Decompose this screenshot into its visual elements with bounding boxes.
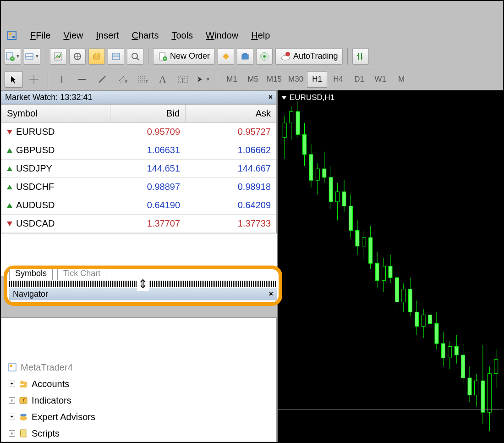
resize-cursor-icon: ⇕ xyxy=(137,277,149,291)
svg-point-22 xyxy=(263,55,266,58)
fibonacci-button[interactable]: F xyxy=(133,71,152,88)
navigator-button[interactable] xyxy=(88,48,105,65)
symbol-row-usdchf[interactable]: USDCHF0.988970.98918 xyxy=(1,178,276,196)
profiles-button[interactable]: ▼ xyxy=(24,48,40,65)
expand-icon[interactable]: + xyxy=(9,397,15,404)
autotrading-label: AutoTrading xyxy=(293,51,338,61)
svg-line-16 xyxy=(137,58,139,60)
svg-text:+: + xyxy=(164,56,166,61)
timeframe-h4[interactable]: H4 xyxy=(328,71,348,88)
timeframe-d1[interactable]: D1 xyxy=(349,71,369,88)
nav-item-accounts[interactable]: +Accounts xyxy=(9,376,276,392)
menu-window[interactable]: Window xyxy=(206,30,238,41)
svg-rect-50 xyxy=(20,385,27,388)
data-window-button[interactable] xyxy=(69,48,86,65)
svg-rect-84 xyxy=(369,238,373,263)
market-watch-close-icon[interactable]: × xyxy=(268,93,273,101)
direction-icon xyxy=(7,203,12,208)
chart-area[interactable]: EURUSD,H1 xyxy=(277,90,503,442)
nav-item-expert-advisors[interactable]: +Expert Advisors xyxy=(9,409,276,425)
text-label-button[interactable]: T xyxy=(174,71,192,88)
cursor-button[interactable] xyxy=(5,71,23,88)
menu-file[interactable]: FFileFile xyxy=(30,30,50,41)
menu-charts[interactable]: Charts xyxy=(131,30,159,41)
crosshair-button[interactable] xyxy=(25,71,43,88)
strategy-tester-button[interactable] xyxy=(127,48,143,65)
panel-splitter[interactable]: ⇕ xyxy=(9,281,277,287)
svg-rect-116 xyxy=(475,381,478,395)
menu-help[interactable]: Help xyxy=(251,30,270,41)
svg-rect-21 xyxy=(243,53,247,55)
arrows-button[interactable]: ▼ xyxy=(194,71,212,88)
svg-text:T: T xyxy=(181,76,185,83)
horizontal-line-button[interactable] xyxy=(73,71,91,88)
col-bid[interactable]: Bid xyxy=(110,105,186,122)
svg-rect-74 xyxy=(336,192,340,202)
autotrading-button[interactable]: AutoTrading xyxy=(275,48,343,65)
svg-rect-96 xyxy=(408,289,412,312)
svg-rect-110 xyxy=(455,346,458,355)
equidistant-channel-button[interactable]: E xyxy=(113,71,131,88)
symbol-row-usdcad[interactable]: USDCAD1.377071.37733 xyxy=(1,215,276,233)
svg-point-53 xyxy=(20,416,27,421)
menu-tools[interactable]: Tools xyxy=(171,30,193,41)
timeframe-m5[interactable]: M5 xyxy=(243,71,263,88)
timeframe-m1[interactable]: M1 xyxy=(222,71,242,88)
svg-rect-60 xyxy=(290,111,293,123)
svg-point-49 xyxy=(23,382,27,385)
tab-tick-chart[interactable]: Tick Chart xyxy=(57,266,106,280)
tab-symbols[interactable]: Symbols xyxy=(9,266,53,280)
new-order-button[interactable]: + New Order xyxy=(153,48,215,65)
col-ask[interactable]: Ask xyxy=(186,105,276,122)
text-button[interactable]: A xyxy=(153,71,172,88)
timeframe-m30[interactable]: M30 xyxy=(285,71,306,88)
nav-item-scripts[interactable]: +Scripts xyxy=(9,425,276,442)
timeframe-m[interactable]: M xyxy=(391,71,411,88)
expand-icon[interactable]: + xyxy=(9,381,15,387)
col-symbol[interactable]: Symbol xyxy=(1,105,110,122)
vertical-line-button[interactable] xyxy=(53,71,71,88)
chart-title-bar[interactable]: EURUSD,H1 xyxy=(281,93,334,102)
market-watch-header[interactable]: Market Watch: 13:32:41 × xyxy=(1,90,277,104)
nav-item-indicators[interactable]: +fIndicators xyxy=(9,392,276,409)
svg-rect-66 xyxy=(309,155,313,180)
direction-icon xyxy=(7,166,12,171)
svg-rect-58 xyxy=(283,123,286,137)
signals-button[interactable] xyxy=(256,48,273,65)
chart-type-button[interactable] xyxy=(352,48,369,65)
menu-view[interactable]: View xyxy=(63,30,83,41)
svg-rect-104 xyxy=(435,323,438,343)
timeframe-h1[interactable]: H1 xyxy=(307,71,327,88)
svg-rect-88 xyxy=(382,266,386,281)
expand-icon[interactable]: + xyxy=(9,414,15,420)
svg-rect-76 xyxy=(342,192,346,206)
symbol-row-audusd[interactable]: AUDUSD0.641900.64209 xyxy=(1,196,276,215)
market-watch-button[interactable] xyxy=(50,48,66,65)
svg-rect-90 xyxy=(389,266,392,278)
trendline-button[interactable] xyxy=(93,71,111,88)
timeframe-m15[interactable]: M15 xyxy=(264,71,285,88)
menu-insert[interactable]: Insert xyxy=(96,30,119,41)
navigator-close-icon[interactable]: × xyxy=(269,290,273,298)
direction-icon xyxy=(7,222,12,226)
expand-icon[interactable]: + xyxy=(9,430,15,437)
menu-bar: FFileFile View Insert Charts Tools Windo… xyxy=(1,26,503,44)
svg-rect-64 xyxy=(303,134,307,155)
new-order-label: New Order xyxy=(170,51,210,61)
app-icon xyxy=(6,30,17,41)
folder-icon xyxy=(18,428,29,438)
symbol-row-gbpusd[interactable]: GBPUSD1.066311.06662 xyxy=(1,141,276,160)
metaquotes-button[interactable] xyxy=(218,48,234,65)
navigator-panel: MetaTrader4 +Accounts+fIndicators+Expert… xyxy=(1,317,277,442)
svg-rect-94 xyxy=(402,289,405,302)
chart-dropdown-icon[interactable] xyxy=(281,96,287,100)
timeframe-w1[interactable]: W1 xyxy=(370,71,390,88)
new-chart-button[interactable]: +▼ xyxy=(5,48,21,65)
candlestick-chart[interactable] xyxy=(278,90,503,442)
expert-advisors-button[interactable] xyxy=(237,48,253,65)
market-watch-table: Symbol Bid Ask EURUSD0.957090.95727GBPUS… xyxy=(1,104,277,233)
tree-root[interactable]: MetaTrader4 xyxy=(7,359,276,376)
symbol-row-eurusd[interactable]: EURUSD0.957090.95727 xyxy=(1,123,276,141)
terminal-button[interactable] xyxy=(108,48,124,65)
symbol-row-usdjpy[interactable]: USDJPY144.651144.667 xyxy=(1,160,276,178)
